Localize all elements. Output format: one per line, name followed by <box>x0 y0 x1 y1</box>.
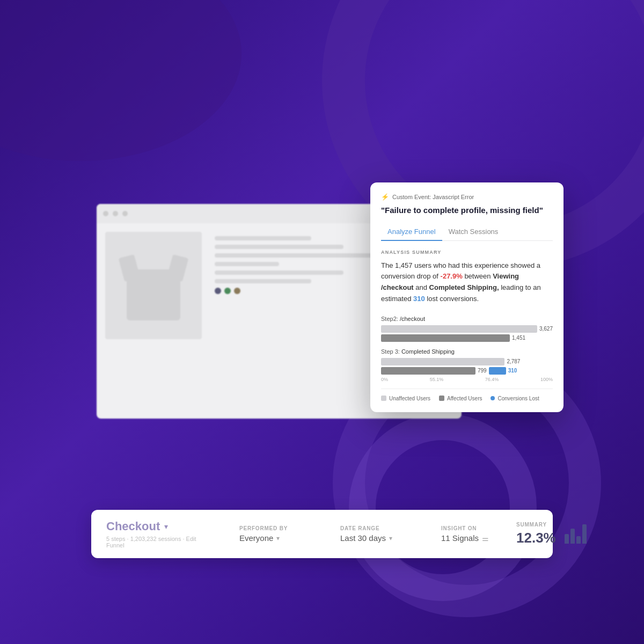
insight-on-value: 11 Signals <box>441 533 479 543</box>
lost-suffix: lost conversions. <box>425 295 479 303</box>
performed-by-label: PERFORMED BY <box>239 525 314 531</box>
summary-label: SUMMARY <box>516 522 556 528</box>
checkout-section: Checkout ▾ 5 steps · 1,203,232 sessions … <box>106 519 214 548</box>
card-title: "Failure to complete profile, missing fi… <box>381 205 553 216</box>
nav-dot-1 <box>103 211 108 216</box>
bottom-bar: Checkout ▾ 5 steps · 1,203,232 sessions … <box>91 510 553 558</box>
tab-watch-sessions[interactable]: Watch Sessions <box>442 224 505 241</box>
insight-on-label: INSIGHT ON <box>441 525 516 531</box>
legend-affected: Affected Users <box>439 396 482 401</box>
nav-dot-2 <box>113 211 118 216</box>
analysis-card: ⚡ Custom Event: Javascript Error "Failur… <box>370 182 564 412</box>
step3-bar-row-1: 2,787 <box>381 358 553 365</box>
color-dot-3 <box>234 288 240 294</box>
chart-axis: 0% 55.1% 76.4% 100% <box>381 377 553 382</box>
step2-bar-row-1: 3,627 <box>381 325 553 333</box>
legend-affected-label: Affected Users <box>447 396 482 401</box>
tshirt-body <box>127 269 180 320</box>
step2-bar-affected <box>381 334 510 342</box>
chart-divider <box>381 389 553 389</box>
legend-conversions: Conversions Lost <box>491 396 539 401</box>
chart-legend: Unaffected Users Affected Users Conversi… <box>381 396 553 401</box>
step3-bar-row-2: 799 310 <box>381 367 553 375</box>
date-range-chevron-icon: ▾ <box>389 535 392 542</box>
product-line-2 <box>215 245 343 249</box>
date-range-section: DATE RANGE Last 30 days ▾ <box>340 525 415 543</box>
product-line-1 <box>215 236 311 240</box>
analysis-summary-label: ANALYSIS SUMMARY <box>381 250 553 255</box>
insight-on-value-row[interactable]: 11 Signals ⚌ <box>441 533 516 543</box>
tshirt-collar <box>143 251 164 261</box>
chart-step3: Step 3: Completed Shipping 2,787 799 310… <box>381 348 553 382</box>
step2-label-text: Step2: <box>381 316 398 322</box>
step3-name: Completed Shipping <box>401 348 455 355</box>
step2-bar-unaffected <box>381 325 537 333</box>
performed-by-value: Everyone <box>239 533 273 543</box>
step2-val-2: 1,451 <box>512 335 525 341</box>
date-range-value-row[interactable]: Last 30 days ▾ <box>340 533 415 543</box>
chart-step2: Step2: /checkout 3,627 1,451 <box>381 316 553 342</box>
legend-affected-icon <box>439 396 444 401</box>
step3-val-2: 799 <box>478 368 487 374</box>
axis-0: 0% <box>381 377 388 382</box>
step3-bar-unaffected <box>381 358 504 365</box>
step3-val-3: 310 <box>508 368 517 374</box>
legend-unaffected: Unaffected Users <box>381 396 430 401</box>
performed-by-chevron-icon: ▾ <box>276 535 280 542</box>
summary-value: 12.3% <box>516 530 556 546</box>
lightning-icon: ⚡ <box>381 193 389 201</box>
step3-label: Step 3: Completed Shipping <box>381 348 553 355</box>
date-range-label: DATE RANGE <box>340 525 415 531</box>
mini-bar-1 <box>565 534 569 544</box>
checkout-title: Checkout ▾ <box>106 519 214 533</box>
product-line-4 <box>215 262 279 266</box>
between-text: between <box>463 272 493 280</box>
performed-by-value-row[interactable]: Everyone ▾ <box>239 533 314 543</box>
summary-bar-chart-icon <box>565 524 587 544</box>
product-line-5 <box>215 270 343 275</box>
date-range-value: Last 30 days <box>340 533 386 543</box>
product-line-3 <box>215 253 376 258</box>
summary-data: SUMMARY 12.3% <box>516 522 556 546</box>
lost-value: 310 <box>413 295 425 303</box>
legend-unaffected-label: Unaffected Users <box>389 396 430 401</box>
step2-label: Step2: /checkout <box>381 316 553 322</box>
step3-bar-conversions <box>489 367 506 375</box>
insight-on-section: INSIGHT ON 11 Signals ⚌ <box>441 525 516 543</box>
legend-conversions-label: Conversions Lost <box>497 396 539 401</box>
checkout-meta: 5 steps · 1,203,232 sessions · Edit Funn… <box>106 536 214 548</box>
mini-bar-3 <box>576 536 581 544</box>
checkout-name: Checkout <box>106 519 160 533</box>
color-dots <box>215 288 376 294</box>
scene-wrapper: ⚡ Custom Event: Javascript Error "Failur… <box>80 182 564 451</box>
axis-100: 100% <box>540 377 553 382</box>
color-dot-2 <box>224 288 231 294</box>
checkout-chevron-icon[interactable]: ▾ <box>164 522 168 531</box>
mini-bar-2 <box>570 529 575 544</box>
product-line-6 <box>215 279 311 283</box>
analysis-text: The 1,457 users who had this experience … <box>381 260 553 305</box>
drop-value: -27.9% <box>441 272 463 280</box>
axis-76: 76.4% <box>485 377 499 382</box>
insight-on-filter-icon: ⚌ <box>482 534 489 543</box>
step2-name: /checkout <box>400 316 425 322</box>
and-text: and <box>414 283 429 291</box>
step3-val-1: 2,787 <box>507 358 520 364</box>
step3-label-text: Step 3: <box>381 348 400 355</box>
mini-bar-4 <box>582 524 587 544</box>
step2-bar-row-2: 1,451 <box>381 334 553 342</box>
step-to: Completed Shipping, <box>429 283 499 291</box>
nav-dot-3 <box>122 211 128 216</box>
tab-analyze-funnel[interactable]: Analyze Funnel <box>381 224 442 241</box>
step3-bar-affected <box>381 367 475 375</box>
product-image <box>105 232 202 339</box>
summary-section: SUMMARY 12.3% <box>516 522 587 546</box>
event-label: ⚡ Custom Event: Javascript Error <box>381 193 553 201</box>
card-tabs: Analyze Funnel Watch Sessions <box>381 224 553 241</box>
legend-unaffected-icon <box>381 396 386 401</box>
axis-55: 55.1% <box>430 377 444 382</box>
bg-arc-4 <box>0 0 241 161</box>
performed-by-section: PERFORMED BY Everyone ▾ <box>239 525 314 543</box>
product-details <box>210 232 380 346</box>
event-type-text: Custom Event: Javascript Error <box>392 194 474 200</box>
